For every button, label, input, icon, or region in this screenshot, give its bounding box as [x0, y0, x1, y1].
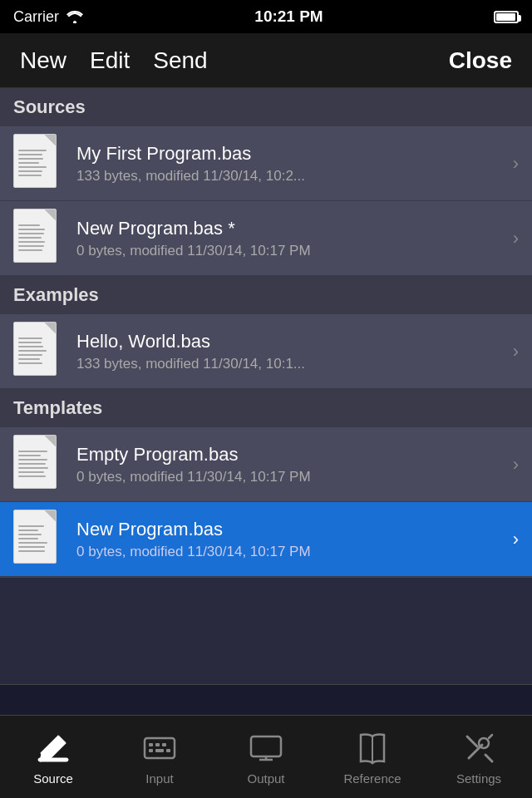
- tab-input[interactable]: Input: [106, 728, 213, 786]
- edit-button[interactable]: Edit: [90, 47, 130, 74]
- file-meta: 0 bytes, modified 11/30/14, 10:17 PM: [76, 243, 506, 259]
- tab-settings[interactable]: Settings: [426, 728, 532, 786]
- empty-area: [0, 577, 532, 685]
- chevron-right-icon: ›: [513, 454, 519, 475]
- file-name: New Program.bas *: [76, 218, 506, 239]
- status-right: [494, 11, 519, 23]
- wifi-icon: [66, 10, 84, 23]
- file-icon: [13, 209, 63, 268]
- svg-line-14: [489, 735, 492, 738]
- tab-output-label: Output: [247, 771, 284, 786]
- source-icon: [33, 728, 73, 768]
- nav-left: New Edit Send: [20, 47, 208, 74]
- file-item[interactable]: New Program.bas *0 bytes, modified 11/30…: [0, 201, 532, 276]
- tab-input-label: Input: [145, 771, 173, 786]
- input-icon: [140, 728, 180, 768]
- status-bar: Carrier 10:21 PM: [0, 0, 532, 33]
- svg-rect-1: [145, 738, 175, 758]
- tab-reference-label: Reference: [343, 771, 401, 786]
- chevron-right-icon: ›: [513, 341, 519, 362]
- status-left: Carrier: [13, 8, 84, 26]
- file-meta: 0 bytes, modified 11/30/14, 10:17 PM: [76, 544, 506, 560]
- svg-rect-5: [149, 749, 153, 752]
- tab-output[interactable]: Output: [213, 728, 319, 786]
- svg-rect-3: [155, 743, 160, 746]
- main-content: SourcesMy First Program.bas133 bytes, mo…: [0, 88, 532, 715]
- svg-point-13: [479, 738, 489, 748]
- status-time: 10:21 PM: [254, 7, 323, 26]
- file-icon: [13, 435, 63, 495]
- tab-source[interactable]: Source: [0, 728, 106, 786]
- svg-rect-4: [162, 743, 166, 746]
- tab-source-label: Source: [33, 771, 73, 786]
- file-name: My First Program.bas: [76, 143, 506, 165]
- section-header-1: Examples: [0, 276, 532, 314]
- svg-rect-2: [149, 743, 153, 746]
- svg-line-15: [467, 736, 477, 746]
- file-meta: 0 bytes, modified 11/30/14, 10:17 PM: [76, 469, 506, 485]
- section-header-0: Sources: [0, 88, 532, 126]
- send-button[interactable]: Send: [153, 47, 207, 74]
- section-header-2: Templates: [0, 389, 532, 427]
- file-item[interactable]: My First Program.bas133 bytes, modified …: [0, 126, 532, 201]
- carrier-label: Carrier: [13, 8, 59, 26]
- file-name: Empty Program.bas: [76, 444, 506, 466]
- file-icon: [13, 322, 63, 382]
- file-name: Hello, World.bas: [76, 331, 506, 352]
- file-meta: 133 bytes, modified 11/30/14, 10:1...: [76, 356, 506, 372]
- file-item[interactable]: New Program.bas0 bytes, modified 11/30/1…: [0, 502, 532, 577]
- svg-rect-7: [166, 749, 170, 752]
- file-info: Hello, World.bas133 bytes, modified 11/3…: [76, 331, 506, 372]
- file-info: My First Program.bas133 bytes, modified …: [76, 143, 506, 185]
- file-info: Empty Program.bas0 bytes, modified 11/30…: [76, 444, 506, 485]
- nav-bar: New Edit Send Close: [0, 33, 532, 88]
- svg-rect-6: [155, 749, 164, 752]
- file-icon: [13, 510, 63, 569]
- new-button[interactable]: New: [20, 47, 66, 74]
- file-item[interactable]: Hello, World.bas133 bytes, modified 11/3…: [0, 314, 532, 389]
- file-info: New Program.bas0 bytes, modified 11/30/1…: [76, 519, 506, 560]
- battery-icon: [494, 11, 519, 23]
- chevron-right-icon: ›: [513, 153, 519, 175]
- file-info: New Program.bas *0 bytes, modified 11/30…: [76, 218, 506, 259]
- output-icon: [246, 728, 286, 768]
- svg-line-16: [485, 755, 492, 761]
- svg-rect-8: [251, 736, 281, 756]
- tab-bar: Source Input Output: [0, 715, 532, 798]
- tab-reference[interactable]: Reference: [319, 728, 426, 786]
- file-icon: [13, 134, 63, 194]
- file-meta: 133 bytes, modified 11/30/14, 10:2...: [76, 168, 506, 185]
- chevron-right-icon: ›: [513, 228, 519, 249]
- chevron-right-icon: ›: [513, 529, 519, 550]
- file-item[interactable]: Empty Program.bas0 bytes, modified 11/30…: [0, 427, 532, 502]
- close-button[interactable]: Close: [449, 47, 512, 74]
- reference-icon: [352, 728, 392, 768]
- tab-settings-label: Settings: [456, 771, 501, 786]
- file-name: New Program.bas: [76, 519, 506, 540]
- file-list: SourcesMy First Program.bas133 bytes, mo…: [0, 88, 532, 577]
- settings-icon: [459, 728, 499, 768]
